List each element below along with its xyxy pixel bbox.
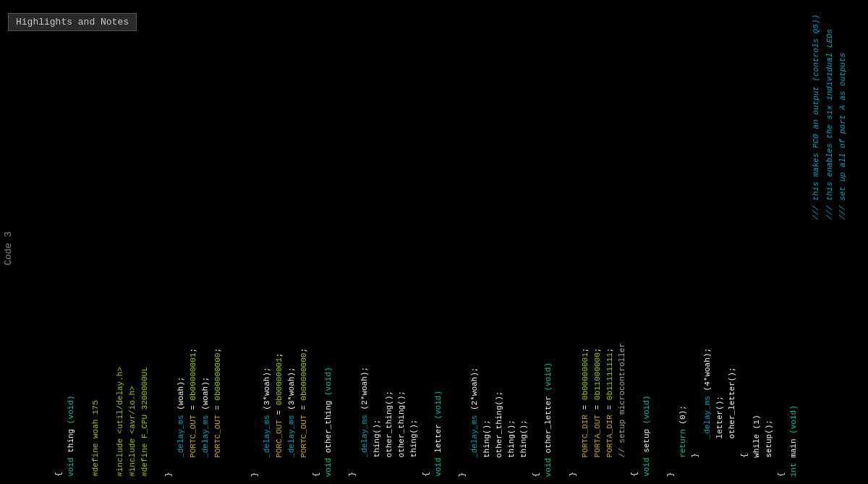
comments-block: /// set up all of port A as outputs /// …	[809, 14, 850, 220]
code-col-5: void other_letter (void) { thing(); thin…	[451, 362, 561, 477]
sidebar-label: Code 3	[3, 232, 14, 266]
code-col-7: int main (void) { setup(); while (1) { o…	[659, 348, 807, 477]
highlights-notes-label: Highlights and Notes	[16, 17, 129, 27]
code-col-3: void other_thing (void) { PORTC_OUT = 0b…	[243, 348, 341, 477]
code-col-1: #define F_CPU 3200000UL #include <avr/io…	[47, 367, 157, 477]
code-col-6: void setup (void) { // setup microcontro…	[561, 343, 659, 477]
code-col-4: void letter (void) { thing(); other_thin…	[341, 367, 451, 477]
code-col-2: PORTC_OUT = 0b00000000; _delay_ms (woah)…	[157, 348, 242, 477]
highlights-notes-btn[interactable]: Highlights and Notes	[8, 13, 137, 31]
code-area: #define F_CPU 3200000UL #include <avr/io…	[47, 343, 868, 477]
